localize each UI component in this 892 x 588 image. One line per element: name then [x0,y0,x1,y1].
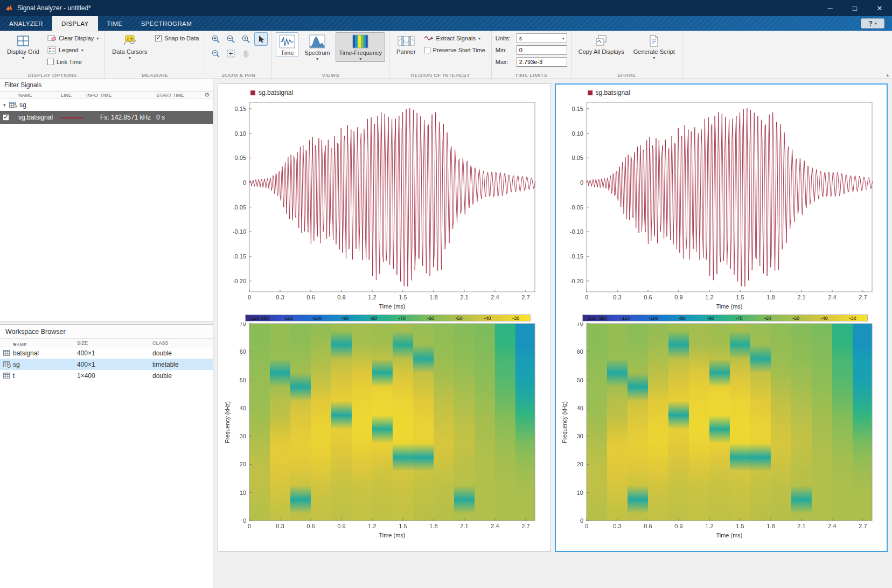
zoom-in-button[interactable] [209,32,222,46]
signal-row[interactable]: sg.batsignalFs: 142.8571 kHz0 s [0,111,213,124]
signal-line-swatch [60,117,84,118]
generate-script-button[interactable]: Generate Script ▾ [630,32,678,61]
svg-text:0.9: 0.9 [674,523,682,529]
time-frequency-view-button[interactable]: Time-Frequency ▾ [336,32,385,62]
time-view-button[interactable]: Time [276,32,298,57]
svg-text:0: 0 [243,179,246,186]
maximize-button[interactable]: □ [842,0,867,16]
zoom-x-button[interactable] [224,32,238,46]
display-panel-2[interactable]: sg.batsignal00.30.60.91.21.51.82.12.42.7… [555,83,888,552]
legend-icon [47,46,56,54]
display-grid-button[interactable]: Display Grid ▾ [4,32,43,61]
spectrogram-plot[interactable]: 00.30.60.91.21.51.82.12.42.7010203040506… [224,323,545,540]
svg-text:1.2: 1.2 [368,523,377,529]
variable-class: timetable [152,361,179,368]
tab-display[interactable]: DISPLAY [52,16,98,31]
tab-spectrogram[interactable]: SPECTROGRAM [132,16,201,31]
copy-all-displays-button[interactable]: Copy All Displays [575,32,628,56]
waveform-line [249,108,535,286]
svg-text:-0.15: -0.15 [233,253,246,260]
preserve-start-time-checkbox[interactable]: Preserve Start Time [422,44,487,56]
svg-text:-0.15: -0.15 [570,253,583,260]
spectrogram-plot[interactable]: 00.30.60.91.21.51.82.12.42.7010203040506… [561,323,882,540]
svg-text:0.05: 0.05 [572,155,583,161]
waveform-line [587,108,873,286]
link-time-checkbox[interactable]: Link Time [45,56,101,68]
colorbar-tick-label: -60 [427,316,434,321]
filter-signals-input[interactable] [0,81,108,89]
spectrum-view-button[interactable]: Spectrum ▾ [301,32,333,62]
variable-class: double [152,372,172,380]
svg-text:1.5: 1.5 [399,523,407,529]
svg-text:1.5: 1.5 [399,294,407,300]
waveform-plot[interactable]: 00.30.60.91.21.51.82.12.42.70.150.100.05… [561,98,882,311]
variable-class: double [152,349,172,357]
colorbar-tick-label: -80 [370,316,377,321]
variable-size: 1×400 [77,372,95,380]
zoom-out-icon [211,49,220,58]
snap-to-data-checkbox-box[interactable] [155,35,162,41]
snap-to-data-checkbox[interactable]: Snap to Data [153,32,201,44]
link-time-checkbox-box[interactable] [47,59,54,65]
workspace-row-t[interactable]: t1×400double [0,370,213,381]
colorbar-tick-label: -80 [707,316,714,321]
zoom-y-button[interactable] [239,32,253,46]
ribbon-section-label: MEASURE [105,72,205,78]
colorbar-tick-label: -100 [312,316,322,321]
waveform-x-tick-labels: 00.30.60.91.21.51.82.12.42.7 [248,294,530,300]
signal-visible-checkbox[interactable] [3,114,9,121]
display-panel-1[interactable]: sg.batsignal00.30.60.91.21.51.82.12.42.7… [218,83,551,552]
link-time-label: Link Time [57,59,82,65]
units-select[interactable]: s ▾ [517,33,567,43]
panner-button[interactable]: Panner [393,32,419,56]
plot-legend[interactable]: sg.batsignal [588,87,887,98]
fit-view-button[interactable] [224,47,238,60]
ribbon-group-views: Time Spectrum ▾ Time-Fre [272,31,389,79]
workspace-row-sg[interactable]: sg400×1timetable [0,359,213,370]
extract-signals-icon [424,34,434,42]
minimize-button[interactable]: ─ [818,0,842,16]
ws-col-size: SIZE [77,340,88,346]
waveform-plot[interactable]: 00.30.60.91.21.51.82.12.42.70.150.100.05… [224,98,545,311]
svg-text:10: 10 [240,489,246,496]
extract-signals-button[interactable]: Extract Signals ▾ [422,32,487,44]
svg-text:20: 20 [240,461,246,467]
col-time: TIME [100,93,112,98]
preserve-start-time-checkbox-box[interactable] [424,47,430,53]
spectrogram-axes: 00.30.60.91.21.51.82.12.42.7010203040506… [224,323,545,540]
svg-text:50: 50 [577,377,583,383]
spectrogram-colorbar: -120 (dB)-110-100-90-80-70-60-50-40-30 [582,314,868,321]
signal-group-row[interactable]: ▾sg [0,99,213,111]
data-cursors-button[interactable]: 2.5 Data Cursors ▾ [109,32,150,61]
units-value: s [519,35,522,41]
legend-button[interactable]: Legend ▾ [45,44,101,56]
pointer-button[interactable] [254,32,268,46]
waveform-y-tick-labels: 0.150.100.050-0.05-0.10-0.15-0.20 [233,106,246,284]
svg-text:0: 0 [248,523,251,529]
svg-text:2.7: 2.7 [522,294,530,300]
plot-legend[interactable]: sg.batsignal [250,87,549,98]
tab-analyzer[interactable]: ANALYZER [0,16,52,31]
display-grid-label: Display Grid [7,48,39,55]
zoom-out-button[interactable] [209,47,222,60]
pan-button[interactable] [239,47,253,60]
svg-text:-0.05: -0.05 [233,204,246,211]
spectrogram-ylabel: Frequency (kHz) [561,401,568,443]
col-name: NAME [18,93,32,98]
help-button[interactable]: ?▾ [861,18,884,29]
clear-display-button[interactable]: Clear Display ▾ [45,32,101,44]
table-settings-gear-icon[interactable]: ⚙ [204,92,210,99]
generate-script-icon [648,34,660,47]
min-time-input[interactable] [517,45,567,55]
max-time-input[interactable] [517,57,567,67]
svg-text:1.2: 1.2 [705,523,713,529]
close-button[interactable]: ✕ [867,0,892,16]
tab-time[interactable]: TIME [98,16,132,31]
collapse-ribbon-button[interactable]: ▴ [886,72,889,78]
app-logo-icon [5,4,13,12]
time-frequency-view-icon [352,34,368,48]
ribbon-group-display-options: Display Grid ▾ Clear Display ▾ [0,31,105,79]
waveform-xlabel: Time (ms) [379,303,406,310]
tree-expander-icon[interactable]: ▾ [3,102,6,108]
workspace-row-batsignal[interactable]: batsignal400×1double [0,347,213,359]
